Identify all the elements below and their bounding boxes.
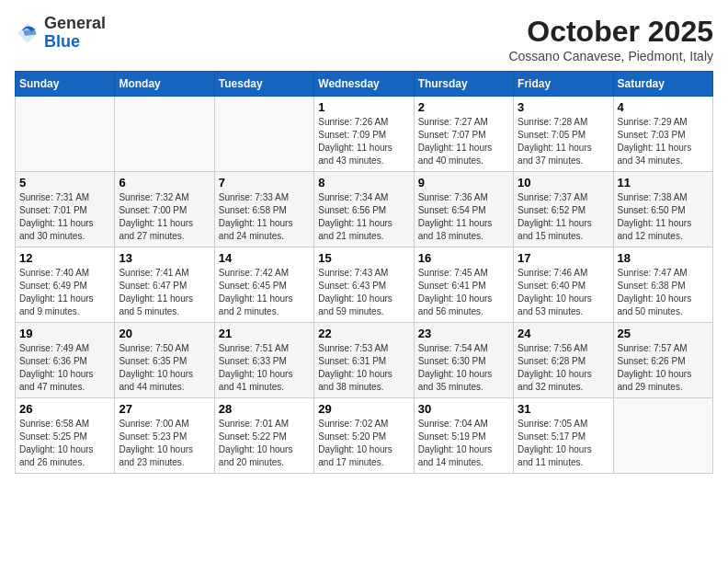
- calendar-cell: 24Sunrise: 7:56 AM Sunset: 6:28 PM Dayli…: [514, 323, 613, 398]
- calendar-table: SundayMondayTuesdayWednesdayThursdayFrid…: [15, 71, 713, 474]
- day-info: Sunrise: 7:50 AM Sunset: 6:35 PM Dayligh…: [119, 342, 210, 394]
- calendar-cell: 19Sunrise: 7:49 AM Sunset: 6:36 PM Dayli…: [16, 323, 115, 398]
- day-info: Sunrise: 7:05 AM Sunset: 5:17 PM Dayligh…: [518, 418, 609, 469]
- day-info: Sunrise: 7:04 AM Sunset: 5:19 PM Dayligh…: [418, 418, 509, 469]
- day-number: 6: [119, 176, 210, 190]
- day-number: 15: [318, 251, 409, 265]
- calendar-cell: 31Sunrise: 7:05 AM Sunset: 5:17 PM Dayli…: [514, 398, 613, 474]
- calendar-cell: 5Sunrise: 7:31 AM Sunset: 7:01 PM Daylig…: [16, 172, 115, 247]
- location-subtitle: Cossano Canavese, Piedmont, Italy: [508, 49, 713, 63]
- day-info: Sunrise: 7:28 AM Sunset: 7:05 PM Dayligh…: [518, 116, 609, 167]
- logo-icon: [15, 20, 40, 46]
- day-number: 5: [19, 176, 110, 190]
- day-number: 18: [618, 251, 709, 265]
- day-number: 17: [518, 251, 609, 265]
- day-number: 29: [318, 402, 409, 416]
- calendar-cell: 14Sunrise: 7:42 AM Sunset: 6:45 PM Dayli…: [214, 247, 313, 323]
- day-info: Sunrise: 7:02 AM Sunset: 5:20 PM Dayligh…: [318, 418, 409, 469]
- day-info: Sunrise: 7:49 AM Sunset: 6:36 PM Dayligh…: [19, 342, 110, 394]
- calendar-cell: 21Sunrise: 7:51 AM Sunset: 6:33 PM Dayli…: [214, 323, 313, 398]
- title-block: October 2025 Cossano Canavese, Piedmont,…: [508, 15, 713, 63]
- calendar-cell: 4Sunrise: 7:29 AM Sunset: 7:03 PM Daylig…: [613, 97, 712, 172]
- calendar-cell: 2Sunrise: 7:27 AM Sunset: 7:07 PM Daylig…: [414, 97, 513, 172]
- day-number: 14: [219, 251, 310, 265]
- day-number: 8: [318, 176, 409, 190]
- day-number: 30: [418, 402, 509, 416]
- day-info: Sunrise: 7:31 AM Sunset: 7:01 PM Dayligh…: [19, 191, 110, 243]
- day-number: 4: [618, 100, 709, 114]
- day-number: 28: [219, 402, 310, 416]
- day-number: 19: [19, 327, 110, 340]
- month-title: October 2025: [508, 15, 713, 49]
- day-info: Sunrise: 7:57 AM Sunset: 6:26 PM Dayligh…: [618, 342, 709, 394]
- page-header: General Blue October 2025 Cossano Canave…: [15, 15, 713, 63]
- day-info: Sunrise: 7:43 AM Sunset: 6:43 PM Dayligh…: [318, 267, 409, 318]
- day-info: Sunrise: 7:38 AM Sunset: 6:50 PM Dayligh…: [618, 191, 709, 243]
- day-info: Sunrise: 7:26 AM Sunset: 7:09 PM Dayligh…: [318, 116, 409, 167]
- calendar-cell: 7Sunrise: 7:33 AM Sunset: 6:58 PM Daylig…: [214, 172, 313, 247]
- calendar-cell: 22Sunrise: 7:53 AM Sunset: 6:31 PM Dayli…: [314, 323, 414, 398]
- day-info: Sunrise: 7:33 AM Sunset: 6:58 PM Dayligh…: [219, 191, 310, 243]
- day-info: Sunrise: 7:42 AM Sunset: 6:45 PM Dayligh…: [219, 267, 310, 318]
- day-number: 9: [418, 176, 509, 190]
- day-number: 13: [119, 251, 210, 265]
- calendar-cell: 26Sunrise: 6:58 AM Sunset: 5:25 PM Dayli…: [16, 398, 115, 474]
- calendar-cell: 15Sunrise: 7:43 AM Sunset: 6:43 PM Dayli…: [314, 247, 414, 323]
- day-info: Sunrise: 7:53 AM Sunset: 6:31 PM Dayligh…: [318, 342, 409, 394]
- day-info: Sunrise: 7:51 AM Sunset: 6:33 PM Dayligh…: [219, 342, 310, 394]
- day-number: 26: [19, 402, 110, 416]
- day-number: 24: [518, 327, 609, 340]
- calendar-cell: 3Sunrise: 7:28 AM Sunset: 7:05 PM Daylig…: [514, 97, 613, 172]
- calendar-cell: 12Sunrise: 7:40 AM Sunset: 6:49 PM Dayli…: [16, 247, 115, 323]
- weekday-header: Friday: [514, 72, 613, 97]
- weekday-header: Saturday: [613, 72, 712, 97]
- calendar-cell: 11Sunrise: 7:38 AM Sunset: 6:50 PM Dayli…: [613, 172, 712, 247]
- calendar-cell: 23Sunrise: 7:54 AM Sunset: 6:30 PM Dayli…: [414, 323, 513, 398]
- calendar-cell: [613, 398, 712, 474]
- day-number: 10: [518, 176, 609, 190]
- calendar-cell: [214, 97, 313, 172]
- day-number: 12: [19, 251, 110, 265]
- calendar-cell: 13Sunrise: 7:41 AM Sunset: 6:47 PM Dayli…: [115, 247, 214, 323]
- day-info: Sunrise: 7:34 AM Sunset: 6:56 PM Dayligh…: [318, 191, 409, 243]
- calendar-cell: 1Sunrise: 7:26 AM Sunset: 7:09 PM Daylig…: [314, 97, 414, 172]
- calendar-week-row: 26Sunrise: 6:58 AM Sunset: 5:25 PM Dayli…: [16, 398, 713, 474]
- day-number: 7: [219, 176, 310, 190]
- day-info: Sunrise: 7:56 AM Sunset: 6:28 PM Dayligh…: [518, 342, 609, 394]
- calendar-cell: 17Sunrise: 7:46 AM Sunset: 6:40 PM Dayli…: [514, 247, 613, 323]
- calendar-cell: [115, 97, 214, 172]
- day-info: Sunrise: 7:41 AM Sunset: 6:47 PM Dayligh…: [119, 267, 210, 318]
- day-info: Sunrise: 7:36 AM Sunset: 6:54 PM Dayligh…: [418, 191, 509, 243]
- calendar-cell: 10Sunrise: 7:37 AM Sunset: 6:52 PM Dayli…: [514, 172, 613, 247]
- calendar-cell: 6Sunrise: 7:32 AM Sunset: 7:00 PM Daylig…: [115, 172, 214, 247]
- day-info: Sunrise: 7:32 AM Sunset: 7:00 PM Dayligh…: [119, 191, 210, 243]
- calendar-cell: 9Sunrise: 7:36 AM Sunset: 6:54 PM Daylig…: [414, 172, 513, 247]
- calendar-week-row: 5Sunrise: 7:31 AM Sunset: 7:01 PM Daylig…: [16, 172, 713, 247]
- day-number: 2: [418, 100, 509, 114]
- day-number: 20: [119, 327, 210, 340]
- day-number: 23: [418, 327, 509, 340]
- calendar-header-row: SundayMondayTuesdayWednesdayThursdayFrid…: [16, 72, 713, 97]
- calendar-cell: 27Sunrise: 7:00 AM Sunset: 5:23 PM Dayli…: [115, 398, 214, 474]
- calendar-cell: 8Sunrise: 7:34 AM Sunset: 6:56 PM Daylig…: [314, 172, 414, 247]
- day-info: Sunrise: 7:54 AM Sunset: 6:30 PM Dayligh…: [418, 342, 509, 394]
- weekday-header: Monday: [115, 72, 214, 97]
- weekday-header: Wednesday: [314, 72, 414, 97]
- day-info: Sunrise: 7:27 AM Sunset: 7:07 PM Dayligh…: [418, 116, 509, 167]
- calendar-cell: [16, 97, 115, 172]
- calendar-cell: 16Sunrise: 7:45 AM Sunset: 6:41 PM Dayli…: [414, 247, 513, 323]
- logo-blue-text: Blue: [44, 32, 80, 51]
- day-number: 25: [618, 327, 709, 340]
- day-info: Sunrise: 7:40 AM Sunset: 6:49 PM Dayligh…: [19, 267, 110, 318]
- day-info: Sunrise: 6:58 AM Sunset: 5:25 PM Dayligh…: [19, 418, 110, 469]
- calendar-cell: 20Sunrise: 7:50 AM Sunset: 6:35 PM Dayli…: [115, 323, 214, 398]
- day-number: 3: [518, 100, 609, 114]
- logo-general-text: General: [44, 14, 106, 32]
- day-info: Sunrise: 7:29 AM Sunset: 7:03 PM Dayligh…: [618, 116, 709, 167]
- day-number: 27: [119, 402, 210, 416]
- weekday-header: Thursday: [414, 72, 513, 97]
- day-info: Sunrise: 7:46 AM Sunset: 6:40 PM Dayligh…: [518, 267, 609, 318]
- day-info: Sunrise: 7:47 AM Sunset: 6:38 PM Dayligh…: [618, 267, 709, 318]
- calendar-cell: 30Sunrise: 7:04 AM Sunset: 5:19 PM Dayli…: [414, 398, 513, 474]
- day-info: Sunrise: 7:01 AM Sunset: 5:22 PM Dayligh…: [219, 418, 310, 469]
